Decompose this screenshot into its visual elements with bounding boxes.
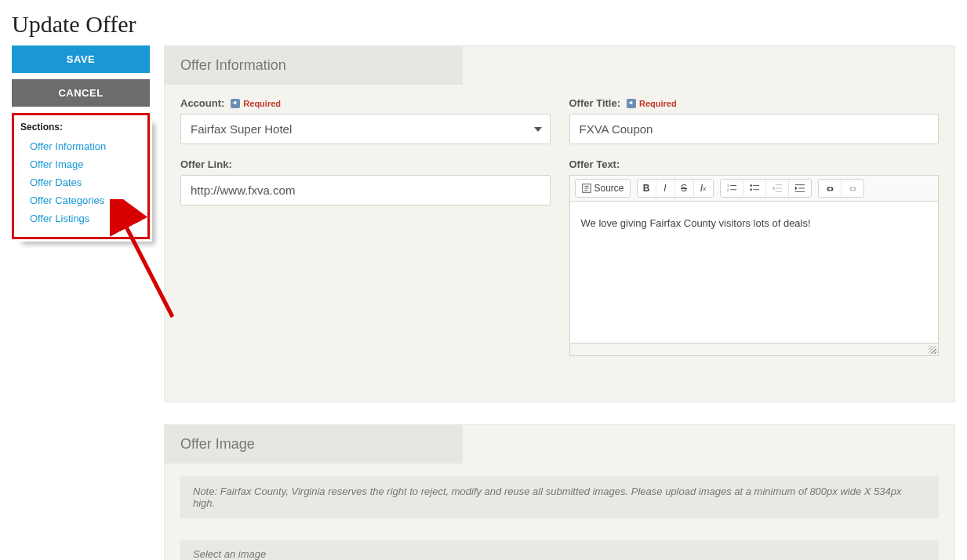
toolbar-italic-button[interactable]: I	[656, 180, 675, 197]
offer-link-label: Offer Link:	[180, 158, 551, 170]
unlink-icon	[847, 183, 858, 194]
offer-title-label-text: Offer Title:	[569, 97, 621, 109]
editor-resize-handle[interactable]	[570, 343, 939, 355]
editor-toolbar: Source B I S Ix	[570, 176, 939, 202]
toolbar-ul-button[interactable]	[743, 180, 766, 197]
outdent-icon	[772, 183, 783, 194]
link-icon	[824, 183, 835, 194]
toolbar-clearformat-button[interactable]: Ix	[694, 180, 713, 197]
account-select[interactable]: Fairfax Super Hotel	[180, 114, 551, 144]
toolbar-ol-button[interactable]: 12	[721, 180, 743, 197]
main-content: Offer Information Account: Required Fair…	[164, 45, 955, 560]
section-link-offer-information[interactable]: Offer Information	[20, 137, 141, 155]
panel-heading-offer-image: Offer Image	[165, 425, 463, 464]
svg-text:2: 2	[726, 188, 729, 192]
indent-icon	[794, 183, 805, 194]
numbered-list-icon: 12	[726, 183, 737, 194]
sections-panel: Sections: Offer Information Offer Image …	[12, 113, 150, 239]
toolbar-strike-button[interactable]: S	[675, 180, 694, 197]
toolbar-unlink-button[interactable]	[842, 180, 863, 197]
offer-text-label: Offer Text:	[569, 158, 940, 170]
source-icon	[581, 183, 592, 194]
section-link-offer-listings[interactable]: Offer Listings	[20, 209, 141, 227]
svg-marker-18	[794, 186, 797, 190]
toolbar-indent-button[interactable]	[789, 180, 811, 197]
panel-offer-information: Offer Information Account: Required Fair…	[164, 45, 955, 402]
image-note: Note: Fairfax County, Virginia reserves …	[180, 476, 939, 518]
required-icon	[231, 99, 240, 108]
sidebar: SAVE CANCEL Sections: Offer Information …	[12, 45, 150, 239]
required-text: Required	[243, 99, 281, 108]
cancel-button[interactable]: CANCEL	[12, 79, 150, 107]
layout-container: SAVE CANCEL Sections: Offer Information …	[12, 45, 955, 560]
rich-text-editor: Source B I S Ix	[569, 175, 940, 356]
toolbar-source-label: Source	[594, 183, 624, 194]
account-label: Account: Required	[180, 97, 551, 109]
page-title: Update Offer	[12, 11, 955, 38]
account-label-text: Account:	[180, 97, 224, 109]
svg-point-7	[750, 184, 752, 187]
section-link-offer-image[interactable]: Offer Image	[20, 155, 141, 173]
panel-offer-image: Offer Image Note: Fairfax County, Virgin…	[164, 424, 955, 560]
toolbar-outdent-button[interactable]	[766, 180, 789, 197]
svg-text:1: 1	[726, 184, 729, 187]
panel-heading-offer-information: Offer Information	[165, 46, 463, 85]
svg-marker-14	[772, 186, 774, 190]
toolbar-source-button[interactable]: Source	[576, 180, 630, 197]
required-text: Required	[639, 99, 677, 108]
offer-title-label: Offer Title: Required	[569, 97, 940, 109]
offer-title-input[interactable]	[569, 114, 940, 144]
select-image-label: Select an image	[180, 540, 939, 560]
section-link-offer-dates[interactable]: Offer Dates	[20, 173, 141, 191]
sections-heading: Sections:	[20, 122, 141, 133]
editor-textarea[interactable]: We love giving Fairfax County visitors l…	[570, 202, 939, 343]
section-link-offer-categories[interactable]: Offer Categories	[20, 191, 141, 209]
offer-link-input[interactable]	[180, 175, 551, 205]
toolbar-link-button[interactable]	[819, 180, 842, 197]
bullet-list-icon	[749, 183, 760, 194]
toolbar-bold-button[interactable]: B	[638, 180, 656, 197]
save-button[interactable]: SAVE	[12, 45, 150, 73]
required-icon	[627, 99, 636, 108]
svg-point-9	[750, 188, 752, 191]
